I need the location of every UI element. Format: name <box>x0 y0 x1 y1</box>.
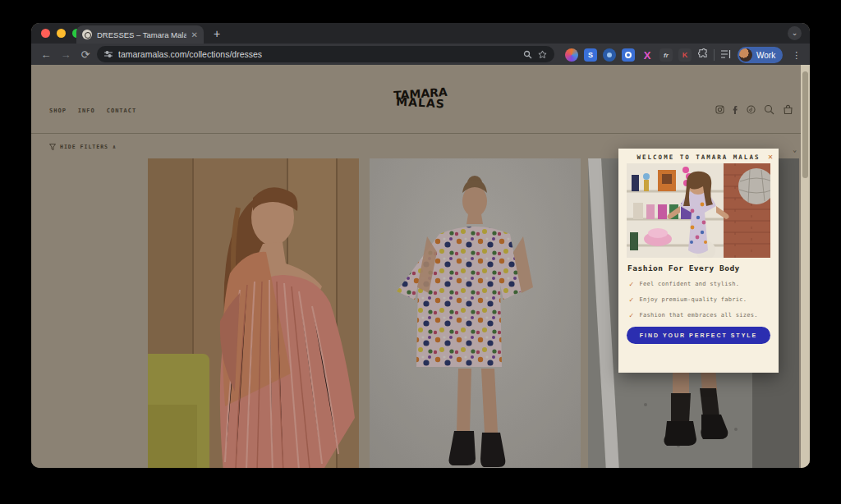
filter-funnel-icon <box>49 144 56 150</box>
hide-filters-button[interactable]: HIDE FILTERS ∧ <box>49 144 117 150</box>
minimize-window-button[interactable] <box>57 29 66 38</box>
profile-button[interactable]: Work <box>738 47 783 63</box>
zoom-magnifier-icon[interactable] <box>523 50 532 59</box>
popup-cta-button[interactable]: FIND YOUR PERFECT STYLE <box>627 327 770 344</box>
nav-item-shop[interactable]: SHOP <box>49 108 67 114</box>
cart-bag-icon[interactable] <box>783 104 793 115</box>
toolbar-divider <box>714 49 715 61</box>
collapse-chevron-icon: ∧ <box>113 144 117 150</box>
url-text: tamaramalas.com/collections/dresses <box>118 49 517 59</box>
popup-bullet: ✓ Feel confident and stylish. <box>629 280 739 288</box>
instagram-icon[interactable] <box>715 105 724 114</box>
tiktok-icon[interactable] <box>747 105 756 114</box>
welcome-popup: WELCOME TO TAMARA MALAS ✕ <box>618 149 779 373</box>
tab-close-icon[interactable]: ✕ <box>191 30 198 39</box>
reload-button[interactable]: ⟳ <box>76 48 95 61</box>
site-page: SHOP INFO CONTACT TAMARA MALAS <box>31 65 810 468</box>
profile-label: Work <box>756 51 775 60</box>
new-tab-button[interactable]: + <box>214 27 220 40</box>
site-logo[interactable]: TAMARA MALAS <box>391 89 450 108</box>
tab-favicon <box>82 30 92 39</box>
bookmark-star-icon[interactable] <box>538 50 547 59</box>
check-icon: ✓ <box>629 311 633 319</box>
close-window-button[interactable] <box>41 29 50 38</box>
extensions-row: S X fr K Work ⋮ <box>565 47 801 63</box>
product-card-penelope[interactable]: PENELOPE DRESS €213.95 <box>148 158 359 468</box>
tab-search-chevron-icon[interactable]: ⌄ <box>788 26 802 40</box>
facebook-icon[interactable] <box>733 105 738 114</box>
product-image-penelope[interactable] <box>148 158 359 468</box>
side-panel-icon[interactable] <box>720 48 732 62</box>
puzzle-icon[interactable] <box>697 48 708 62</box>
browser-window: DRESSES – Tamara Malas ✕ + ⌄ ← → ⟳ tamar… <box>31 23 810 468</box>
browser-toolbar: ← → ⟳ tamaramalas.com/collections/dresse… <box>31 44 810 65</box>
page-scrollbar[interactable] <box>801 65 810 468</box>
popup-close-icon[interactable]: ✕ <box>768 152 773 161</box>
popup-photo <box>627 163 770 258</box>
header-icons <box>715 104 793 115</box>
site-header: SHOP INFO CONTACT TAMARA MALAS <box>31 65 810 134</box>
product-image-tess[interactable] <box>370 158 581 468</box>
tab-title: DRESSES – Tamara Malas <box>97 30 186 39</box>
scrollbar-thumb[interactable] <box>802 71 808 178</box>
profile-avatar <box>739 48 752 62</box>
extension-icon-blue-circle[interactable] <box>603 48 616 62</box>
extension-icon-colorwheel[interactable] <box>565 48 578 62</box>
browser-tab[interactable]: DRESSES – Tamara Malas ✕ <box>76 25 204 44</box>
back-button[interactable]: ← <box>36 48 56 61</box>
popup-heading: Fashion For Every Body <box>627 263 740 273</box>
site-settings-icon[interactable] <box>104 50 113 58</box>
extension-icon-pink-x[interactable]: X <box>641 48 654 62</box>
sort-chevron-icon[interactable]: ⌄ <box>793 146 797 153</box>
browser-menu-icon[interactable]: ⋮ <box>792 50 801 61</box>
extension-icon-k[interactable]: K <box>678 48 692 62</box>
nav-item-info[interactable]: INFO <box>78 108 95 114</box>
tab-strip: DRESSES – Tamara Malas ✕ + ⌄ <box>31 23 810 44</box>
popup-bullet: ✓ Enjoy premium-quality fabric. <box>629 296 747 304</box>
check-icon: ✓ <box>629 296 633 304</box>
main-nav: SHOP INFO CONTACT <box>49 108 136 114</box>
popup-bullet: ✓ Fashion that embraces all sizes. <box>629 311 758 319</box>
address-bar[interactable]: tamaramalas.com/collections/dresses <box>97 46 554 62</box>
product-card-tess[interactable]: TESS DRESS €69.95 <box>370 158 581 468</box>
nav-item-contact[interactable]: CONTACT <box>107 108 137 114</box>
check-icon: ✓ <box>629 280 633 288</box>
extension-icon-fr[interactable]: fr <box>659 48 673 62</box>
extension-icon-s[interactable]: S <box>584 48 597 62</box>
search-icon[interactable] <box>764 104 774 115</box>
forward-button[interactable]: → <box>56 48 76 61</box>
popup-title: WELCOME TO TAMARA MALAS <box>618 153 779 161</box>
extension-icon-blue-square[interactable] <box>622 48 635 62</box>
